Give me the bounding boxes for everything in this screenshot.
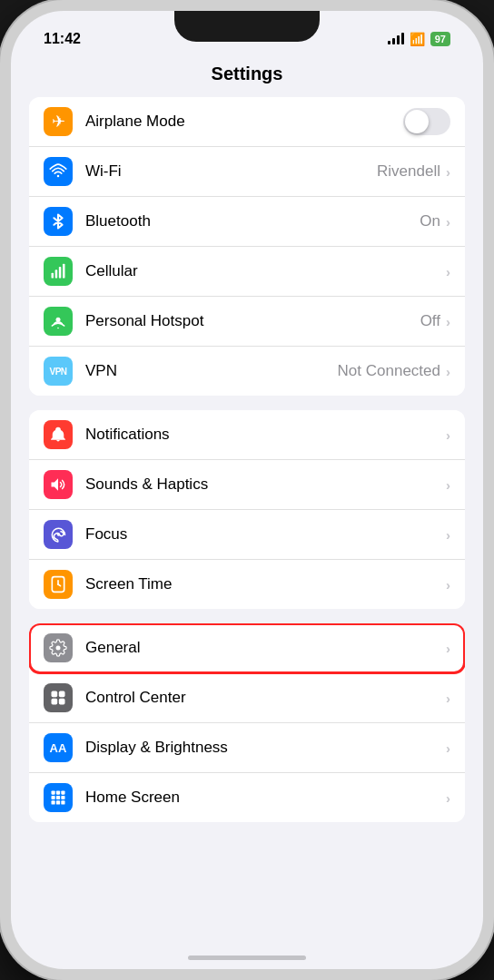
cellular-chevron: › bbox=[446, 264, 450, 279]
svg-point-0 bbox=[57, 175, 60, 178]
wifi-row[interactable]: Wi-Fi Rivendell › bbox=[29, 147, 465, 197]
svg-point-13 bbox=[56, 646, 61, 651]
svg-point-8 bbox=[57, 533, 60, 535]
system-group: General › Control bbox=[29, 623, 465, 822]
sounds-haptics-label: Sounds & Haptics bbox=[85, 475, 446, 494]
wifi-value: Rivendell bbox=[377, 162, 440, 181]
cellular-icon bbox=[44, 257, 73, 286]
svg-rect-18 bbox=[52, 791, 55, 795]
display-brightness-label: Display & Brightness bbox=[85, 739, 446, 757]
focus-icon bbox=[44, 520, 73, 549]
svg-rect-17 bbox=[59, 699, 65, 705]
svg-rect-4 bbox=[63, 264, 65, 279]
wifi-icon: 📶 bbox=[410, 32, 425, 46]
svg-rect-20 bbox=[61, 791, 64, 795]
svg-rect-2 bbox=[55, 270, 58, 278]
sounds-haptics-chevron: › bbox=[446, 477, 450, 493]
display-brightness-chevron: › bbox=[446, 740, 450, 756]
svg-rect-22 bbox=[56, 796, 60, 799]
control-center-chevron: › bbox=[446, 691, 450, 706]
bluetooth-icon bbox=[44, 207, 73, 236]
sounds-haptics-row[interactable]: Sounds & Haptics › bbox=[29, 460, 465, 510]
screen-content: Settings ✈ Airplane Mode bbox=[11, 54, 483, 969]
screen-time-icon bbox=[44, 570, 73, 599]
vpn-chevron: › bbox=[446, 364, 450, 379]
svg-point-6 bbox=[57, 328, 59, 329]
page-title: Settings bbox=[11, 54, 483, 97]
notifications-chevron: › bbox=[446, 427, 450, 443]
home-screen-icon bbox=[44, 783, 73, 812]
status-icons: 📶 97 bbox=[388, 32, 450, 46]
focus-chevron: › bbox=[446, 527, 450, 543]
alerts-group: Notifications › Sounds & Haptics bbox=[29, 410, 465, 609]
screen-time-chevron: › bbox=[446, 577, 450, 593]
svg-rect-16 bbox=[52, 699, 58, 705]
svg-rect-19 bbox=[56, 791, 60, 795]
wifi-label: Wi-Fi bbox=[85, 162, 377, 181]
notifications-row[interactable]: Notifications › bbox=[29, 410, 465, 460]
home-screen-row[interactable]: Home Screen › bbox=[29, 773, 465, 822]
svg-point-12 bbox=[57, 583, 59, 585]
personal-hotspot-icon bbox=[44, 307, 73, 336]
sounds-haptics-icon bbox=[44, 470, 73, 499]
svg-rect-24 bbox=[52, 800, 55, 804]
svg-rect-15 bbox=[59, 691, 65, 698]
network-group: ✈ Airplane Mode bbox=[29, 97, 465, 396]
personal-hotspot-row[interactable]: Personal Hotspot Off › bbox=[29, 297, 465, 347]
personal-hotspot-chevron: › bbox=[446, 314, 450, 329]
cellular-row[interactable]: Cellular › bbox=[29, 247, 465, 297]
vpn-value: Not Connected bbox=[338, 362, 440, 380]
wifi-chevron: › bbox=[446, 164, 450, 180]
status-time: 11:42 bbox=[44, 31, 81, 47]
notifications-icon bbox=[44, 420, 73, 449]
svg-rect-3 bbox=[59, 267, 62, 279]
svg-rect-26 bbox=[61, 800, 64, 804]
general-chevron: › bbox=[446, 641, 450, 656]
home-screen-chevron: › bbox=[446, 790, 450, 806]
home-screen-label: Home Screen bbox=[85, 789, 446, 807]
bluetooth-value: On bbox=[420, 212, 440, 230]
control-center-row[interactable]: Control Center › bbox=[29, 673, 465, 723]
screen-time-label: Screen Time bbox=[85, 575, 446, 593]
scroll-area[interactable]: ✈ Airplane Mode bbox=[11, 97, 483, 966]
focus-row[interactable]: Focus › bbox=[29, 510, 465, 560]
airplane-mode-toggle[interactable] bbox=[403, 108, 450, 135]
svg-rect-23 bbox=[61, 796, 64, 799]
svg-rect-1 bbox=[52, 273, 54, 279]
bluetooth-chevron: › bbox=[446, 214, 450, 230]
signal-icon bbox=[388, 34, 404, 44]
vpn-icon: VPN bbox=[44, 357, 73, 386]
battery-icon: 97 bbox=[430, 32, 450, 46]
vpn-row[interactable]: VPN VPN Not Connected › bbox=[29, 347, 465, 396]
general-icon bbox=[44, 633, 73, 662]
svg-rect-21 bbox=[52, 796, 55, 799]
display-brightness-row[interactable]: AA Display & Brightness › bbox=[29, 723, 465, 773]
control-center-icon bbox=[44, 683, 73, 712]
wifi-icon-row bbox=[44, 157, 73, 186]
display-brightness-icon: AA bbox=[44, 733, 73, 762]
airplane-mode-row[interactable]: ✈ Airplane Mode bbox=[29, 97, 465, 147]
svg-rect-14 bbox=[52, 691, 58, 698]
svg-marker-7 bbox=[52, 478, 59, 490]
home-indicator bbox=[188, 956, 306, 960]
cellular-label: Cellular bbox=[85, 262, 446, 280]
notifications-label: Notifications bbox=[85, 426, 446, 444]
control-center-label: Control Center bbox=[85, 689, 446, 707]
focus-label: Focus bbox=[85, 525, 446, 544]
phone-frame: 11:42 📶 97 Settings bbox=[0, 0, 494, 980]
personal-hotspot-value: Off bbox=[420, 312, 440, 330]
airplane-mode-label: Airplane Mode bbox=[85, 113, 396, 131]
bluetooth-label: Bluetooth bbox=[85, 212, 420, 230]
notch bbox=[174, 11, 320, 42]
personal-hotspot-label: Personal Hotspot bbox=[85, 312, 420, 330]
vpn-label: VPN bbox=[85, 362, 338, 380]
general-row[interactable]: General › bbox=[29, 623, 465, 673]
phone-screen: 11:42 📶 97 Settings bbox=[11, 11, 483, 969]
airplane-mode-icon: ✈ bbox=[44, 107, 73, 136]
general-label: General bbox=[85, 639, 446, 657]
screen-time-row[interactable]: Screen Time › bbox=[29, 560, 465, 609]
svg-rect-25 bbox=[56, 800, 60, 804]
bluetooth-row[interactable]: Bluetooth On › bbox=[29, 197, 465, 247]
